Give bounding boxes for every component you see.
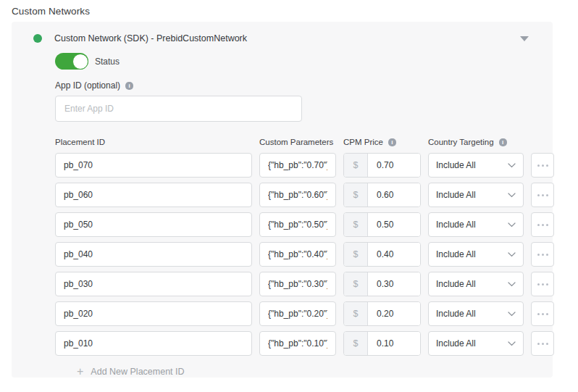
row-options-button[interactable] <box>531 272 554 296</box>
add-placement-label: Add New Placement ID <box>91 367 184 377</box>
row-options-button[interactable] <box>531 301 554 326</box>
cpm-price-field: $ <box>343 183 421 207</box>
network-status-dot-icon <box>33 34 42 43</box>
cpm-price-header-label: CPM Price <box>343 138 383 146</box>
custom-parameters-input[interactable] <box>259 272 336 296</box>
status-toggle[interactable] <box>55 53 88 70</box>
placement-row: $ Include All <box>55 242 554 267</box>
toggle-knob <box>72 54 88 70</box>
placement-id-input[interactable] <box>55 301 252 326</box>
currency-symbol: $ <box>344 272 368 296</box>
country-targeting-select[interactable]: Include All <box>428 183 524 207</box>
network-header: Custom Network (SDK) - PrebidCustomNetwo… <box>33 33 533 43</box>
custom-parameters-input[interactable] <box>259 301 336 326</box>
placement-id-input[interactable] <box>55 272 252 296</box>
cpm-price-input[interactable] <box>368 183 420 207</box>
placement-row: $ Include All <box>55 272 554 296</box>
country-targeting-field: Include All <box>428 301 524 326</box>
custom-parameters-input[interactable] <box>259 212 336 237</box>
placement-row: $ Include All <box>55 331 554 356</box>
placement-id-input[interactable] <box>55 242 252 267</box>
placement-row: $ Include All <box>55 301 554 326</box>
row-options-button[interactable] <box>531 153 554 178</box>
info-icon[interactable]: i <box>499 138 507 146</box>
placement-row: $ Include All <box>55 153 554 178</box>
placement-id-header-label: Placement ID <box>55 138 105 146</box>
custom-parameters-input[interactable] <box>259 242 336 267</box>
country-targeting-select[interactable]: Include All <box>428 212 524 237</box>
placement-id-input[interactable] <box>55 153 252 178</box>
cpm-price-field: $ <box>343 331 421 356</box>
cpm-price-input[interactable] <box>368 272 420 296</box>
country-targeting-header-label: Country Targeting <box>428 138 494 146</box>
placement-id-column-header: Placement ID <box>55 138 252 146</box>
placement-row: $ Include All <box>55 183 554 207</box>
currency-symbol: $ <box>344 302 368 325</box>
row-options-button[interactable] <box>531 331 554 356</box>
custom-parameters-input[interactable] <box>259 183 336 207</box>
network-title: Custom Network (SDK) - PrebidCustomNetwo… <box>54 33 247 43</box>
app-id-label-row: App ID (optional) i <box>55 80 533 91</box>
custom-networks-page: Custom Networks Custom Network (SDK) - P… <box>0 0 578 392</box>
country-targeting-field: Include All <box>428 272 524 296</box>
custom-parameters-header-label: Custom Parameters <box>259 138 333 146</box>
placement-id-input[interactable] <box>55 183 252 207</box>
cpm-price-input[interactable] <box>368 213 420 236</box>
cpm-price-field: $ <box>343 301 421 326</box>
country-targeting-field: Include All <box>428 153 524 178</box>
row-options-button[interactable] <box>531 212 554 237</box>
country-targeting-field: Include All <box>428 331 524 356</box>
row-options-button[interactable] <box>531 242 554 267</box>
status-row: Status <box>55 53 533 70</box>
country-targeting-select[interactable]: Include All <box>428 242 524 267</box>
cpm-price-field: $ <box>343 153 421 178</box>
custom-parameters-column-header: Custom Parameters <box>259 138 336 146</box>
placement-rows: $ Include All <box>55 153 533 356</box>
cpm-price-field: $ <box>343 212 421 237</box>
currency-symbol: $ <box>344 213 368 236</box>
currency-symbol: $ <box>344 243 368 266</box>
status-label: Status <box>95 57 120 67</box>
plus-icon: + <box>77 367 83 377</box>
page-title: Custom Networks <box>12 6 90 17</box>
currency-symbol: $ <box>344 183 368 207</box>
country-targeting-field: Include All <box>428 212 524 237</box>
custom-parameters-input[interactable] <box>259 153 336 178</box>
placements-header-row: Placement ID Custom Parameters CPM Price… <box>55 138 533 146</box>
country-targeting-select[interactable]: Include All <box>428 153 524 178</box>
placement-row: $ Include All <box>55 212 554 237</box>
app-id-label: App ID (optional) <box>55 80 120 91</box>
info-icon[interactable]: i <box>388 138 396 146</box>
cpm-price-input[interactable] <box>368 154 420 177</box>
cpm-price-input[interactable] <box>368 302 420 325</box>
currency-symbol: $ <box>344 154 368 177</box>
country-targeting-field: Include All <box>428 242 524 267</box>
cpm-price-input[interactable] <box>368 332 420 355</box>
country-targeting-select[interactable]: Include All <box>428 331 524 356</box>
custom-parameters-input[interactable] <box>259 331 336 356</box>
app-id-input[interactable] <box>55 96 302 122</box>
cpm-price-field: $ <box>343 242 421 267</box>
placements-table: Placement ID Custom Parameters CPM Price… <box>55 138 533 377</box>
cpm-price-input[interactable] <box>368 243 420 266</box>
currency-symbol: $ <box>344 332 368 355</box>
row-options-button[interactable] <box>531 183 554 207</box>
collapse-caret-icon[interactable] <box>520 36 529 41</box>
add-placement-button[interactable]: + Add New Placement ID <box>77 367 533 377</box>
country-targeting-select[interactable]: Include All <box>428 272 524 296</box>
cpm-price-column-header: CPM Price i <box>343 138 421 146</box>
country-targeting-field: Include All <box>428 183 524 207</box>
cpm-price-field: $ <box>343 272 421 296</box>
placement-id-input[interactable] <box>55 331 252 356</box>
custom-network-card: Custom Network (SDK) - PrebidCustomNetwo… <box>12 22 553 378</box>
country-targeting-column-header: Country Targeting i <box>428 138 524 146</box>
placement-id-input[interactable] <box>55 212 252 237</box>
info-icon[interactable]: i <box>125 82 133 90</box>
country-targeting-select[interactable]: Include All <box>428 301 524 326</box>
